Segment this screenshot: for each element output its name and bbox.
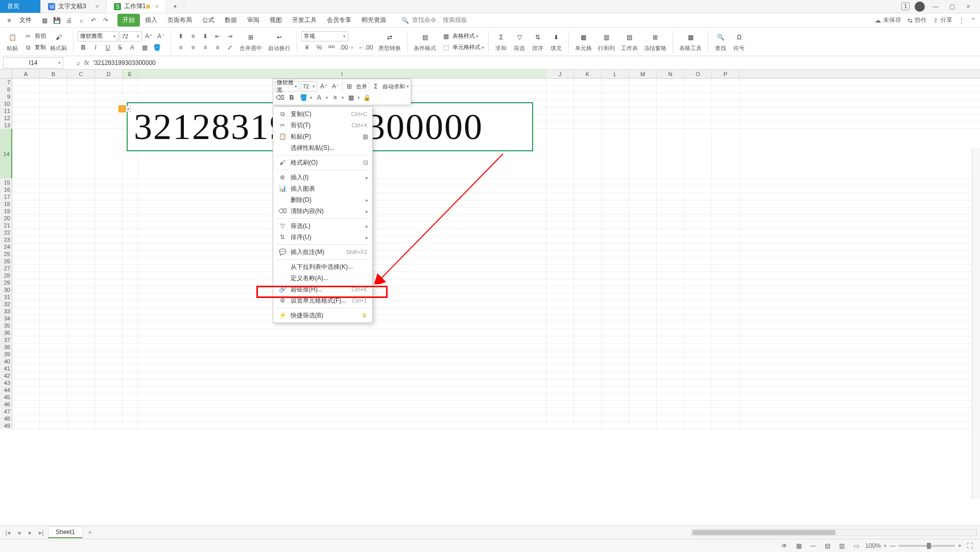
grid-cell[interactable] (629, 79, 657, 85)
grid-cell[interactable] (40, 408, 67, 415)
grid-cell[interactable] (657, 250, 684, 257)
grid-cell[interactable] (546, 258, 574, 264)
grid-cell[interactable] (40, 186, 67, 193)
grid-cell[interactable] (95, 401, 123, 407)
align-bottom-icon[interactable]: ⬇ (200, 31, 211, 41)
grid-cell[interactable] (657, 93, 684, 100)
grid-cell[interactable] (684, 193, 712, 200)
grid-cell[interactable] (40, 129, 67, 178)
grid-cell[interactable] (40, 401, 67, 407)
grid-cell[interactable] (629, 394, 657, 400)
ctx-pick-from-list[interactable]: 从下拉列表中选择(K)... (273, 261, 372, 272)
grid-cell[interactable] (684, 93, 712, 100)
row-header[interactable]: 36 (0, 329, 12, 336)
row-header[interactable]: 48 (0, 415, 12, 422)
grid-cell[interactable] (95, 343, 123, 350)
grid-cell[interactable] (712, 394, 739, 400)
grid-cell[interactable] (657, 114, 684, 121)
grid-cell[interactable] (67, 86, 95, 93)
save-icon[interactable]: 💾 (51, 15, 62, 26)
page-layout-icon[interactable]: ▥ (836, 541, 847, 550)
grid-cell[interactable] (138, 386, 546, 393)
grid-cell[interactable] (684, 322, 712, 329)
column-header[interactable]: L (602, 70, 629, 78)
ribbon-tab-layout[interactable]: 页面布局 (162, 14, 197, 27)
undo-icon[interactable]: ↶ (88, 15, 99, 26)
grid-cell[interactable] (546, 301, 574, 307)
grid-cell[interactable] (629, 358, 657, 364)
grid-cell[interactable] (138, 358, 546, 364)
grid-cell[interactable] (629, 336, 657, 343)
row-header[interactable]: 14 (0, 129, 12, 178)
grid-cell[interactable] (95, 200, 123, 207)
paste-group[interactable]: 📋 粘贴 (4, 31, 20, 52)
grid-cell[interactable] (602, 186, 629, 193)
row-header[interactable]: 19 (0, 208, 12, 214)
grid-cell[interactable] (123, 208, 138, 214)
grid-cell[interactable] (67, 351, 95, 357)
grid-cell[interactable] (546, 329, 574, 336)
grid-cell[interactable] (602, 107, 629, 114)
row-header[interactable]: 12 (0, 114, 12, 121)
grid-cell[interactable] (602, 301, 629, 307)
grid-cell[interactable] (67, 322, 95, 329)
grid-cell[interactable] (657, 379, 684, 386)
grid-cell[interactable] (657, 308, 684, 314)
grid-cell[interactable] (95, 322, 123, 329)
grid-cell[interactable] (684, 336, 712, 343)
grid-cell[interactable] (40, 372, 67, 379)
grid-cell[interactable] (546, 129, 574, 178)
strikethrough-icon[interactable]: S̶ (114, 42, 126, 53)
grid-cell[interactable] (138, 379, 546, 386)
grid-cell[interactable] (657, 343, 684, 350)
grid-cell[interactable] (546, 351, 574, 357)
grid-cell[interactable] (546, 336, 574, 343)
grid-cell[interactable] (138, 415, 546, 422)
grid-cell[interactable] (574, 236, 602, 243)
grid-cell[interactable] (123, 358, 138, 364)
grid-cell[interactable] (12, 351, 40, 357)
grid-cell[interactable] (67, 293, 95, 300)
grid-cell[interactable] (67, 122, 95, 128)
grid-cell[interactable] (123, 236, 138, 243)
row-header[interactable]: 39 (0, 351, 12, 357)
grid-cell[interactable] (602, 250, 629, 257)
grid-cell[interactable] (40, 315, 67, 321)
grid-cell[interactable] (67, 258, 95, 264)
grid-cell[interactable] (40, 208, 67, 214)
grid-cell[interactable] (602, 351, 629, 357)
grid-cell[interactable] (40, 379, 67, 386)
grid-cell[interactable] (657, 365, 684, 372)
grid-view-icon[interactable]: ▦ (794, 541, 804, 550)
grid-cell[interactable] (123, 322, 138, 329)
row-header[interactable]: 30 (0, 286, 12, 293)
symbols-button[interactable]: Ω符号 (731, 31, 747, 52)
grid-cell[interactable] (67, 100, 95, 107)
grid-cell[interactable] (574, 129, 602, 178)
grid-cell[interactable] (629, 208, 657, 214)
border-icon[interactable]: ▦ (139, 42, 150, 53)
select-all-corner[interactable] (0, 70, 12, 78)
grid-cell[interactable] (712, 358, 739, 364)
grid-cell[interactable] (574, 200, 602, 207)
grid-cell[interactable] (657, 179, 684, 186)
grid-cell[interactable] (574, 265, 602, 271)
grid-cell[interactable] (629, 322, 657, 329)
grid-cell[interactable] (123, 265, 138, 271)
grid-cell[interactable] (629, 200, 657, 207)
grid-cell[interactable] (546, 293, 574, 300)
grid-cell[interactable] (629, 422, 657, 429)
grid-cell[interactable] (629, 272, 657, 279)
grid-cell[interactable] (546, 107, 574, 114)
row-header[interactable]: 45 (0, 394, 12, 400)
grid-cell[interactable] (602, 343, 629, 350)
grid-cell[interactable] (574, 329, 602, 336)
ribbon-tab-review[interactable]: 审阅 (242, 14, 265, 27)
grid-cell[interactable] (602, 394, 629, 400)
grid-cell[interactable] (629, 415, 657, 422)
grid-cell[interactable] (602, 200, 629, 207)
grid-cell[interactable] (546, 208, 574, 214)
grid-cell[interactable] (546, 179, 574, 186)
grid-cell[interactable] (629, 293, 657, 300)
grid-cell[interactable] (95, 336, 123, 343)
